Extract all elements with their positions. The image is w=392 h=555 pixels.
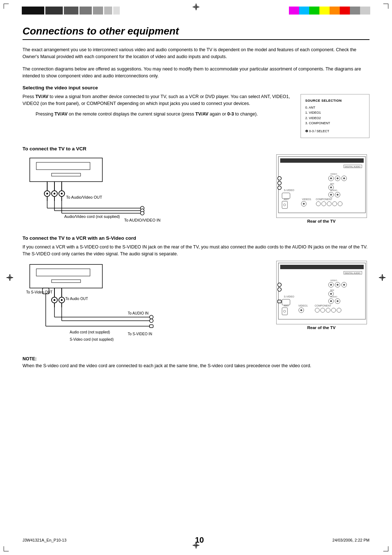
svg-point-37 <box>336 177 338 179</box>
svg-rect-30 <box>280 158 364 163</box>
svg-point-58 <box>322 202 326 206</box>
svg-text:Audio/Video cord (not supplied: Audio/Video cord (not supplied) <box>64 214 120 219</box>
svg-text:COMPONENT: COMPONENT <box>316 198 332 200</box>
vcr-right-diagram: DIGITAL AUDIO VIDEO MIX <box>273 154 369 223</box>
svg-point-90 <box>150 319 153 323</box>
svg-text:COMPONENT: COMPONENT <box>315 304 331 307</box>
svg-text:DIGITAL AUDIO: DIGITAL AUDIO <box>345 166 360 168</box>
footer-date: 24/03/2006, 2:22 PM <box>332 538 369 542</box>
svg-rect-127 <box>278 300 281 303</box>
svg-point-57 <box>316 202 320 206</box>
page: Connections to other equipment The exact… <box>0 0 392 555</box>
svg-text:S-Video cord (not supplied): S-Video cord (not supplied) <box>70 337 114 341</box>
svg-text:To Audio/Video OUT: To Audio/Video OUT <box>66 195 102 199</box>
svg-text:VIDEO: VIDEO <box>330 173 337 175</box>
svg-text:AUDIO: AUDIO <box>330 296 337 298</box>
svg-text:S-VIDEO: S-VIDEO <box>284 189 294 191</box>
section-svideo: To connect the TV to a VCR with an S-Vid… <box>23 235 369 349</box>
note-section: NOTE: When the S-video cord and the vide… <box>23 356 369 369</box>
svg-point-9 <box>54 193 56 194</box>
source-item-1: 1. VIDEO1 <box>305 110 365 115</box>
svg-text:To AUDIO IN: To AUDIO IN <box>128 311 148 315</box>
svg-point-61 <box>338 202 342 206</box>
svg-point-112 <box>336 300 338 302</box>
svg-text:DIGITAL AUDIO: DIGITAL AUDIO <box>345 272 360 274</box>
source-selection-box: SOURCE SELECTION 0. ANT 1. VIDEO1 2. VID… <box>301 94 369 138</box>
page-title: Connections to other equipment <box>23 25 369 40</box>
svg-text:VIDEO1: VIDEO1 <box>302 198 311 200</box>
vcr-connection-svg: To Audio/Video OUT Audio/Video cord (not… <box>23 154 168 227</box>
note-title: NOTE: <box>23 356 369 361</box>
source-select-label: ❷ 0-3 / SELECT <box>305 129 365 134</box>
svg-text:VIDEO1: VIDEO1 <box>298 304 308 307</box>
svg-rect-66 <box>36 269 90 276</box>
svg-point-120 <box>315 308 319 312</box>
svg-point-59 <box>327 202 331 206</box>
svg-point-63 <box>278 181 281 185</box>
footer-doc-id: J3W41321A_En_P10-13 <box>23 538 66 542</box>
svg-text:Audio cord (not supplied): Audio cord (not supplied) <box>70 330 110 334</box>
top-black-bar <box>22 7 120 15</box>
svg-point-124 <box>337 308 341 312</box>
svg-text:ANT: ANT <box>284 198 289 200</box>
left-crosshair <box>7 274 13 281</box>
svg-text:S-VIDEO: S-VIDEO <box>284 295 294 298</box>
svg-point-123 <box>331 308 336 312</box>
svg-text:To AUDIO/VIDEO IN: To AUDIO/VIDEO IN <box>124 218 160 222</box>
svg-rect-2 <box>52 173 81 176</box>
svg-point-52 <box>283 204 286 206</box>
svg-point-105 <box>330 293 332 295</box>
top-color-bar <box>289 7 370 15</box>
vcr-diagram-row: To Audio/Video OUT Audio/Video cord (not… <box>23 154 369 228</box>
svg-point-72 <box>54 299 56 301</box>
section1-heading: Selecting the video input source <box>23 85 369 90</box>
svg-point-125 <box>278 283 281 287</box>
svg-point-5 <box>46 193 48 194</box>
page-number: 10 <box>195 535 204 545</box>
svg-point-98 <box>330 284 332 285</box>
svg-point-76 <box>61 299 63 301</box>
svg-point-115 <box>283 310 286 312</box>
svg-point-126 <box>278 288 281 291</box>
svg-point-42 <box>330 186 332 188</box>
source-item-3: 3. COMPONENT <box>305 121 365 126</box>
svg-rect-67 <box>52 280 81 283</box>
svg-point-100 <box>336 284 338 285</box>
section-video-input: Selecting the video input source SOURCE … <box>23 85 369 138</box>
vcr-left-diagram: To Audio/Video OUT Audio/Video cord (not… <box>23 154 266 228</box>
svideo-connection-svg: To S-Video OUT To Audio OUT <box>23 261 175 348</box>
source-item-0: 0. ANT <box>305 105 365 110</box>
svg-text:To Audio OUT: To Audio OUT <box>65 297 88 301</box>
svg-point-55 <box>303 203 305 204</box>
svg-text:VIDEO: VIDEO <box>330 279 337 281</box>
svg-rect-1 <box>36 162 90 170</box>
rear-label-1: Rear of the TV <box>307 219 336 223</box>
corner-mark-br <box>383 546 388 551</box>
svg-text:AUDIO: AUDIO <box>330 189 337 191</box>
svg-point-13 <box>61 193 63 194</box>
right-crosshair <box>379 274 385 281</box>
svg-point-102 <box>343 284 345 285</box>
svg-point-49 <box>336 194 338 195</box>
corner-mark-tl <box>4 4 9 9</box>
svg-point-122 <box>326 308 330 312</box>
intro-para1: The exact arrangement you use to interco… <box>23 46 369 61</box>
svg-point-64 <box>278 186 281 190</box>
source-item-2: 2. VIDEO2 <box>305 116 365 121</box>
svg-rect-91 <box>150 325 153 328</box>
svg-text:To S-Video OUT: To S-Video OUT <box>26 290 53 294</box>
svg-text:ANT: ANT <box>284 304 289 307</box>
svg-text:To S-VIDEO IN: To S-VIDEO IN <box>128 332 152 336</box>
corner-mark-tr <box>383 4 388 9</box>
svg-point-118 <box>300 309 302 311</box>
svg-point-47 <box>330 194 332 195</box>
footer: J3W41321A_En_P10-13 10 24/03/2006, 2:22 … <box>23 535 369 545</box>
svideo-diagram-row: To S-Video OUT To Audio OUT <box>23 261 369 349</box>
rear-label-2: Rear of the TV <box>307 325 336 330</box>
svg-point-35 <box>330 177 332 179</box>
svg-text:MIX: MIX <box>330 183 334 185</box>
svg-point-121 <box>320 308 325 312</box>
svg-point-60 <box>332 202 337 206</box>
intro-para2: The connection diagrams below are offere… <box>23 66 369 80</box>
svideo-right-diagram: DIGITAL AUDIO VIDEO MIX <box>273 261 369 330</box>
